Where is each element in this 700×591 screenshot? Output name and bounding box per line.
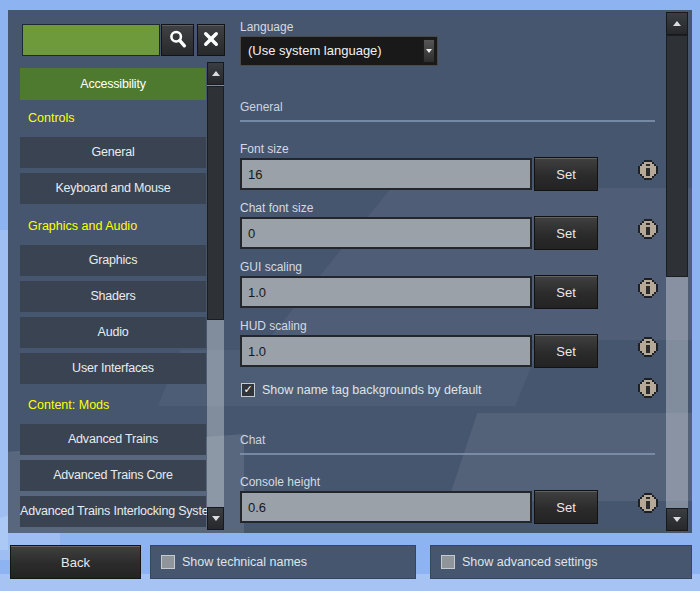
set-button-gui-scaling[interactable]: Set <box>534 275 598 309</box>
section-header-general: General <box>240 99 283 115</box>
sidebar-item-audio[interactable]: Audio <box>20 317 206 348</box>
scrollbar-thumb[interactable] <box>207 86 224 320</box>
set-button-chat-font-size[interactable]: Set <box>534 216 598 250</box>
search-input[interactable] <box>22 24 160 56</box>
setting-label-console-height: Console height <box>240 475 320 489</box>
back-button[interactable]: Back <box>10 545 141 579</box>
arrow-down-icon <box>673 517 681 522</box>
settings-screen: AccessibilityControlsGeneralKeyboard and… <box>0 0 700 591</box>
sidebar-category-graphics-and-audio: Graphics and Audio <box>28 214 206 238</box>
info-icon[interactable] <box>638 160 658 180</box>
section-divider <box>240 120 655 122</box>
scroll-down-button[interactable] <box>666 508 688 531</box>
arrow-up-icon <box>673 21 681 26</box>
sidebar-item-accessibility[interactable]: Accessibility <box>20 68 206 100</box>
set-button-console-height[interactable]: Set <box>534 490 598 524</box>
scroll-down-button[interactable] <box>207 507 224 530</box>
clear-search-button[interactable] <box>197 24 225 56</box>
sky-band <box>0 230 8 550</box>
close-icon <box>202 30 220 51</box>
show-name-tag-backgrounds-by-default-checkbox[interactable]: ✓ <box>241 383 255 397</box>
arrow-down-icon <box>212 516 220 521</box>
setting-label-hud-scaling: HUD scaling <box>240 319 307 333</box>
background-highlight <box>448 413 692 501</box>
set-button-font-size[interactable]: Set <box>534 157 598 191</box>
search-icon <box>167 28 189 53</box>
language-dropdown[interactable]: (Use system language) <box>240 36 438 66</box>
search-button[interactable] <box>161 24 194 56</box>
checkbox-label: Show name tag backgrounds by default <box>262 383 482 397</box>
sidebar-item-advanced-trains-core[interactable]: Advanced Trains Core <box>20 460 206 491</box>
gui-scaling-input[interactable] <box>240 276 532 308</box>
chevron-down-icon <box>423 39 435 63</box>
info-icon[interactable] <box>638 278 658 298</box>
setting-label-font-size: Font size <box>240 142 289 156</box>
scroll-up-button[interactable] <box>666 12 688 35</box>
sidebar-item-keyboard-and-mouse[interactable]: Keyboard and Mouse <box>20 173 206 204</box>
checkbox-label: Show technical names <box>182 555 307 569</box>
sidebar-category-content-mods: Content: Mods <box>28 393 206 417</box>
scrollbar-thumb[interactable] <box>666 35 688 277</box>
set-button-hud-scaling[interactable]: Set <box>534 334 598 368</box>
section-divider <box>240 453 655 455</box>
console-height-input[interactable] <box>240 491 532 523</box>
sidebar-item-user-interfaces[interactable]: User Interfaces <box>20 353 206 384</box>
sidebar-category-controls: Controls <box>28 106 206 130</box>
chat-font-size-input[interactable] <box>240 217 532 249</box>
setting-label-chat-font-size: Chat font size <box>240 201 313 215</box>
settings-scrollbar[interactable] <box>666 12 688 531</box>
sidebar-item-shaders[interactable]: Shaders <box>20 281 206 312</box>
section-header-chat: Chat <box>240 432 265 448</box>
checkbox-label: Show advanced settings <box>462 555 598 569</box>
sidebar-item-advanced-trains[interactable]: Advanced Trains <box>20 424 206 455</box>
sidebar-item-general[interactable]: General <box>20 137 206 168</box>
info-icon[interactable] <box>638 219 658 239</box>
info-icon[interactable] <box>638 493 658 513</box>
arrow-up-icon <box>212 71 220 76</box>
checkmark-icon: ✓ <box>242 383 254 395</box>
show-advanced-settings-checkbox[interactable] <box>441 555 455 569</box>
language-label: Language <box>240 20 293 34</box>
language-dropdown-value: (Use system language) <box>248 43 382 58</box>
setting-label-gui-scaling: GUI scaling <box>240 260 302 274</box>
hud-scaling-input[interactable] <box>240 335 532 367</box>
info-icon[interactable] <box>638 337 658 357</box>
scroll-up-button[interactable] <box>207 62 224 85</box>
show-technical-names-checkbox[interactable] <box>161 555 175 569</box>
info-icon[interactable] <box>638 378 658 398</box>
sidebar-item-graphics[interactable]: Graphics <box>20 245 206 276</box>
sidebar-scrollbar[interactable] <box>207 62 224 530</box>
font-size-input[interactable] <box>240 158 532 190</box>
advanced-settings-panel: Show advanced settings <box>430 545 692 579</box>
settings-dialog: AccessibilityControlsGeneralKeyboard and… <box>8 10 692 533</box>
sidebar-item-advanced-trains-interlocking-system[interactable]: Advanced Trains Interlocking System <box>20 496 206 527</box>
technical-names-panel: Show technical names <box>150 545 416 579</box>
